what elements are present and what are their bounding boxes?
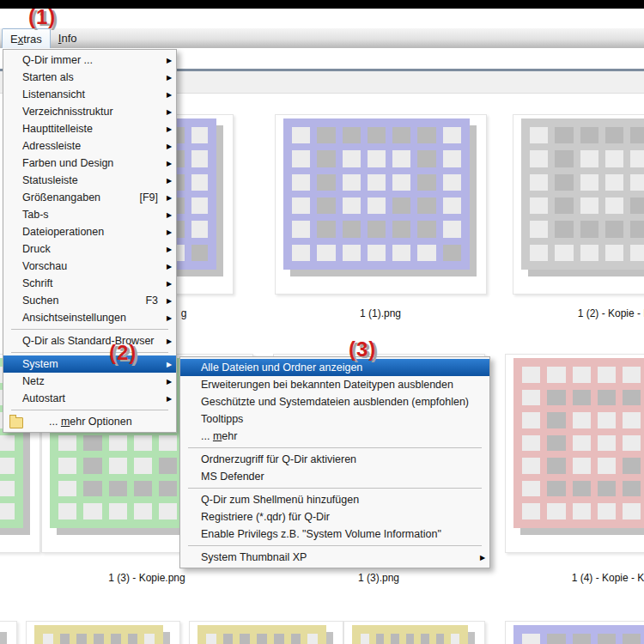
thumbnail-cell [128, 634, 138, 644]
submenu-item-label: Registriere (*.qdr) für Q-Dir [180, 511, 476, 523]
thumbnail-cell [598, 390, 616, 406]
menubar-item-info[interactable]: Info [51, 28, 85, 48]
submenu-arrow-icon: ▶ [162, 91, 176, 99]
submenu-arrow-icon: ▶ [162, 108, 176, 116]
menu-item-autostart[interactable]: Autostart▶ [3, 390, 176, 407]
file-thumbnail[interactable] [505, 621, 644, 644]
submenu-arrow-icon: ▶ [162, 211, 176, 219]
menu-separator [11, 410, 168, 410]
submenu-item-enable-privilegs-z-b-system-volume-information[interactable]: Enable Privilegs z.B. "System Volume Inf… [180, 526, 489, 543]
menu-item-q-dir-immer[interactable]: Q-Dir immer ...▶ [3, 52, 176, 69]
menu-separator [11, 352, 168, 353]
thumbnail-cell [343, 197, 361, 214]
thumbnail-cell [522, 503, 540, 519]
submenu-item-ordnerzugriff-f-r-q-dir-aktivieren[interactable]: Ordnerzugriff für Q-Dir aktivieren [180, 451, 489, 468]
menubar-item-extras[interactable]: Extras [2, 28, 51, 48]
thumbnail-cell [292, 197, 310, 214]
menu-item-haupttitelleiste[interactable]: Haupttitelleiste▶ [3, 120, 176, 137]
submenu-item-tooltipps[interactable]: Tooltipps [180, 410, 489, 428]
submenu-item-mehr[interactable]: ... mehr [180, 428, 489, 445]
thumbnail-cell [83, 481, 101, 497]
submenu-arrow-icon: ▶ [162, 378, 176, 386]
thumbnail-cell [206, 634, 216, 644]
file-thumbnail[interactable] [189, 621, 343, 644]
thumbnail-cell [159, 503, 177, 519]
thumbnail-cell [451, 634, 459, 644]
menu-item-verzeichnisstruktur[interactable]: Verzeichnisstruktur▶ [3, 103, 176, 120]
file-thumbnail[interactable] [513, 114, 644, 295]
thumbnail-cell [623, 435, 641, 452]
submenu-item-q-dir-zum-shellmen-hinzuf-gen[interactable]: Q-Dir zum Shellmenü hinzufügen [180, 491, 489, 508]
thumbnail-cell [530, 221, 548, 237]
thumbnail-cell [443, 174, 461, 191]
folder-icon [9, 417, 23, 428]
menu-item-tab-s[interactable]: Tab-s▶ [3, 206, 176, 223]
menu-item-label: Haupttitelleiste [3, 123, 162, 135]
submenu-item-ms-defender[interactable]: MS Defender [180, 468, 489, 485]
menu-item-netz[interactable]: Netz▶ [3, 373, 176, 390]
thumbnail-cell [522, 390, 540, 406]
menu-item-statusleiste[interactable]: Statusleiste▶ [3, 172, 176, 189]
file-thumbnail[interactable] [343, 621, 485, 644]
menu-item-druck[interactable]: Druck▶ [3, 240, 176, 258]
file-name-label[interactable]: g [181, 307, 187, 319]
thumbnail-cell [623, 390, 641, 406]
thumbnail-cell [159, 481, 177, 497]
thumbnail-cell [109, 481, 127, 497]
file-thumbnail[interactable] [26, 621, 180, 644]
submenu-item-system-thumbnail-xp[interactable]: System Thumbnail XP▶ [180, 549, 489, 566]
thumbnail-cell [443, 127, 461, 143]
thumbnail-image [197, 625, 326, 644]
menu-item-starten-als[interactable]: Starten als▶ [3, 69, 176, 86]
submenu-item-label: Q-Dir zum Shellmenü hinzufügen [180, 494, 476, 506]
menu-item-label: Q-Dir als Standard-Browser [3, 335, 162, 347]
menu-item-vorschau[interactable]: Vorschau▶ [3, 258, 176, 275]
file-name-label[interactable]: 1 (3).png [358, 572, 399, 584]
menu-item-adressleiste[interactable]: Adressleiste▶ [3, 137, 176, 155]
menu-item-gr-enangaben[interactable]: Größenangaben[F9]▶ [3, 189, 176, 206]
submenu-item-alle-dateien-und-ordner-anzeigen[interactable]: Alle Dateien und Ordner anzeigen [180, 359, 489, 376]
file-name-label[interactable]: 1 (3) - Kopie.png [108, 572, 185, 584]
thumbnail-cell [159, 435, 177, 452]
thumbnail-cell [623, 503, 641, 519]
menu-item-system[interactable]: System▶ [3, 355, 176, 373]
thumbnail-cell [605, 197, 623, 214]
thumbnail-cell [317, 221, 335, 237]
thumbnail-cell [343, 150, 361, 167]
menu-item-suchen[interactable]: SuchenF3▶ [3, 292, 176, 309]
thumbnail-cell [555, 174, 573, 191]
menu-item-schrift[interactable]: Schrift▶ [3, 275, 176, 292]
file-thumbnail[interactable] [275, 114, 487, 295]
submenu-item-erweiterungen-bei-bekannten-dateitypen-ausblenden[interactable]: Erweiterungen bei bekannten Dateitypen a… [180, 376, 489, 393]
menu-item-label: System [3, 358, 162, 370]
thumbnail-cell [580, 245, 598, 261]
submenu-arrow-icon: ▶ [162, 280, 176, 288]
thumbnail-cell [417, 174, 435, 191]
thumbnail-cell [598, 367, 616, 383]
submenu-item-label: Erweiterungen bei bekannten Dateitypen a… [180, 379, 476, 391]
thumbnail-cell [421, 634, 429, 644]
menu-item-ansichtseinstellungen[interactable]: Ansichtseinstellungen▶ [3, 309, 176, 326]
submenu-item-gesch-tzte-und-systemdateien-ausblenden-empfohlen[interactable]: Geschützte und Systemdateien ausblenden … [180, 393, 489, 410]
menu-item-label: Schrift [3, 277, 162, 289]
file-name-label[interactable]: 1 (4) - Kopie - Kopi [572, 572, 644, 584]
file-name-label[interactable]: 1 (1).png [360, 307, 401, 319]
thumbnail-cell [555, 221, 573, 237]
submenu-arrow-icon: ▶ [162, 314, 176, 322]
thumbnail-cell [573, 367, 591, 383]
file-thumbnail[interactable] [0, 621, 17, 644]
file-name-label[interactable]: 1 (2) - Kopie - Kopi [578, 307, 644, 319]
thumbnail-cell [0, 481, 15, 497]
thumbnail-cell [417, 150, 435, 167]
menu-item-q-dir-als-standard-browser[interactable]: Q-Dir als Standard-Browser▶ [3, 332, 176, 349]
thumbnail-cell [573, 503, 591, 519]
thumbnail-cell [83, 458, 101, 474]
menu-item-farben-und-design[interactable]: Farben und Design▶ [3, 155, 176, 172]
menu-item-mehr-optionen[interactable]: ... mehr Optionen [3, 413, 176, 430]
menu-item-dateioperationen[interactable]: Dateioperationen▶ [3, 223, 176, 240]
file-thumbnail[interactable] [505, 354, 644, 553]
q-dir-window: Extras Info g1 (1).png1 (2) - Kopie - Ko… [0, 0, 644, 644]
submenu-item-registriere-qdr-f-r-q-dir[interactable]: Registriere (*.qdr) für Q-Dir [180, 508, 489, 526]
menu-item-listenansicht[interactable]: Listenansicht▶ [3, 86, 176, 103]
thumbnail-cell [83, 435, 101, 452]
